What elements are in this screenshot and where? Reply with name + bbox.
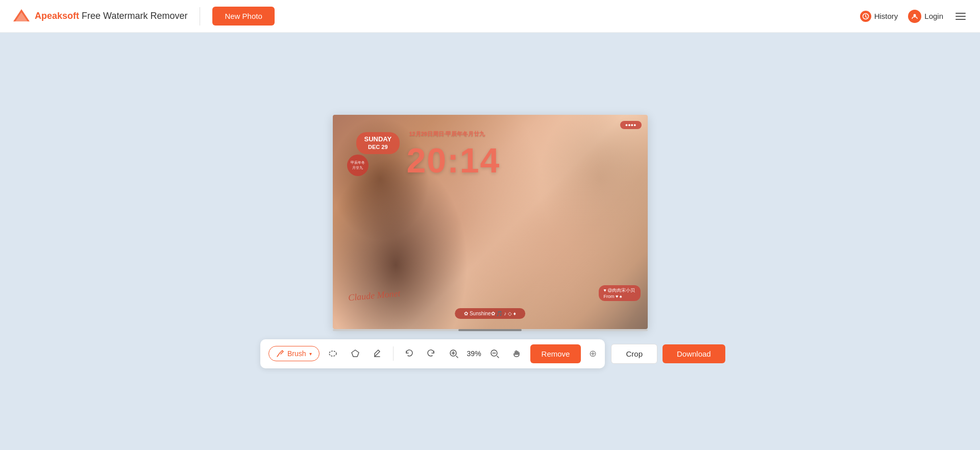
lasso-icon — [328, 348, 338, 359]
brush-icon — [276, 349, 284, 358]
main-content: SUNDAY DEC 29 12月29日周日·甲辰年冬月廿九 20:14 甲辰年… — [0, 33, 980, 450]
svg-point-4 — [329, 351, 336, 356]
undo-button[interactable] — [400, 344, 418, 363]
image-container: SUNDAY DEC 29 12月29日周日·甲辰年冬月廿九 20:14 甲辰年… — [333, 115, 648, 329]
header: Apeaksoft Free Watermark Remover New Pho… — [0, 0, 980, 33]
wm-circle: 甲辰年冬月廿九 — [347, 155, 369, 176]
photo-display[interactable]: SUNDAY DEC 29 12月29日周日·甲辰年冬月廿九 20:14 甲辰年… — [333, 115, 648, 329]
wm-top-right: ●●●● — [620, 121, 642, 129]
login-button[interactable]: Login — [908, 10, 943, 23]
lasso-button[interactable] — [324, 344, 342, 363]
drag-handle[interactable]: ⊕ — [589, 348, 597, 359]
history-button[interactable]: History — [860, 11, 898, 22]
canvas-area: SUNDAY DEC 29 12月29日周日·甲辰年冬月廿九 20:14 甲辰年… — [260, 115, 720, 368]
zoom-out-icon — [489, 348, 500, 359]
history-label: History — [874, 12, 898, 20]
logo[interactable]: Apeaksoft Free Watermark Remover — [12, 7, 187, 26]
undo-icon — [404, 348, 414, 359]
logo-icon — [12, 7, 31, 26]
login-label: Login — [924, 12, 943, 20]
user-icon — [908, 10, 921, 23]
history-icon — [860, 11, 871, 22]
eraser-button[interactable] — [369, 344, 387, 363]
new-photo-button[interactable]: New Photo — [212, 7, 274, 26]
right-actions: Crop Download — [611, 344, 725, 364]
logo-text: Apeaksoft Free Watermark Remover — [35, 11, 187, 21]
brush-dropdown-arrow: ▾ — [309, 351, 312, 357]
svg-point-3 — [914, 14, 916, 16]
wm-signature: Claude Monet — [348, 288, 401, 303]
eraser-icon — [373, 348, 383, 359]
download-button[interactable]: Download — [663, 344, 725, 363]
wm-date-cn: 12月29日周日·甲辰年冬月廿九 — [409, 130, 485, 138]
remove-button[interactable]: Remove — [530, 344, 581, 363]
wm-user-tag: ♥ @肉肉宋小贝From ♥ ♠ — [599, 285, 641, 301]
toolbar: Brush ▾ — [260, 339, 605, 368]
wm-sunshine: ✿ Sunshine✿ 🎵 ♪ ◇ ♦ — [455, 308, 525, 319]
zoom-in-button[interactable] — [445, 344, 463, 363]
scroll-bar[interactable] — [333, 329, 648, 331]
hand-icon — [512, 348, 522, 359]
crop-button[interactable]: Crop — [611, 344, 657, 364]
toolbar-divider-1 — [393, 346, 394, 361]
redo-icon — [426, 348, 436, 359]
header-divider — [200, 7, 200, 26]
wm-time: 20:14 — [407, 140, 501, 180]
zoom-in-icon — [449, 348, 459, 359]
polygon-icon — [350, 348, 360, 359]
toolbar-wrapper: Brush ▾ — [260, 339, 720, 368]
zoom-display: 39% — [467, 349, 481, 358]
menu-button[interactable] — [953, 11, 968, 22]
polygon-button[interactable] — [346, 344, 364, 363]
zoom-out-button[interactable] — [485, 344, 504, 363]
redo-button[interactable] — [422, 344, 440, 363]
brush-button[interactable]: Brush ▾ — [268, 346, 320, 361]
wm-sunday: SUNDAY DEC 29 — [356, 132, 400, 154]
scroll-thumb — [458, 329, 521, 331]
header-right: History Login — [860, 10, 968, 23]
hand-tool-button[interactable] — [508, 344, 526, 363]
